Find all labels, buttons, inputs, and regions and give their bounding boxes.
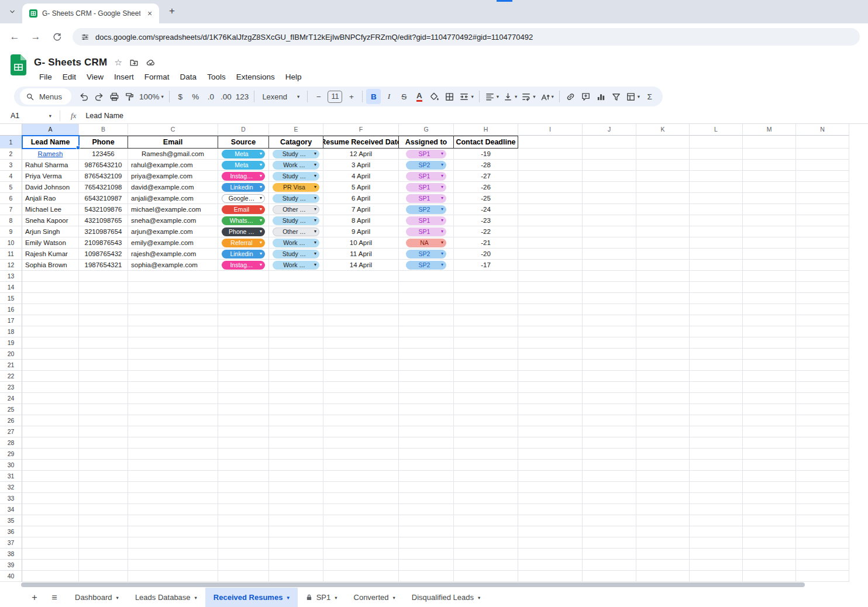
cell-F19[interactable]: [323, 337, 399, 349]
cell-C28[interactable]: [128, 437, 218, 449]
cell-M10[interactable]: [743, 237, 796, 249]
cell-L40[interactable]: [690, 571, 743, 582]
assigned-chip-sp2[interactable]: SP2▾: [406, 205, 446, 214]
cell-J22[interactable]: [583, 371, 636, 382]
cell-E1[interactable]: Catagory: [269, 136, 323, 149]
cell-G21[interactable]: [399, 360, 454, 371]
cell-E26[interactable]: [269, 415, 323, 426]
cell-I20[interactable]: [518, 349, 583, 360]
cell-A13[interactable]: [22, 271, 79, 282]
cell-E40[interactable]: [269, 571, 323, 582]
column-header-H[interactable]: H: [454, 124, 518, 136]
cell-L32[interactable]: [690, 482, 743, 493]
cell-F2[interactable]: 12 April: [323, 149, 399, 160]
cell-F13[interactable]: [323, 271, 399, 282]
cell-A10[interactable]: Emily Watson: [22, 237, 79, 249]
cell-L35[interactable]: [690, 515, 743, 526]
cell-M25[interactable]: [743, 404, 796, 415]
cell-A27[interactable]: [22, 426, 79, 437]
functions-button[interactable]: Σ: [642, 89, 657, 104]
cell-G34[interactable]: [399, 504, 454, 515]
cell-K34[interactable]: [636, 504, 690, 515]
cell-H35[interactable]: [454, 515, 518, 526]
cell-H6[interactable]: -25: [454, 193, 518, 204]
cell-E24[interactable]: [269, 393, 323, 404]
cell-D3[interactable]: Meta▾: [218, 160, 269, 171]
row-header-30[interactable]: 30: [0, 460, 22, 471]
cell-J24[interactable]: [583, 393, 636, 404]
cell-D16[interactable]: [218, 304, 269, 315]
cell-F18[interactable]: [323, 326, 399, 337]
cell-G1[interactable]: Assigned to: [399, 136, 454, 149]
menu-extensions[interactable]: Extensions: [231, 71, 280, 82]
increase-decimal-button[interactable]: .00: [219, 89, 233, 104]
strikethrough-button[interactable]: S: [397, 89, 411, 104]
cell-G2[interactable]: SP1▾: [399, 149, 454, 160]
row-header-2[interactable]: 2: [0, 149, 22, 160]
cell-L19[interactable]: [690, 337, 743, 349]
category-chip-study[interactable]: Study …▾: [273, 150, 319, 158]
cell-B29[interactable]: [79, 449, 128, 460]
back-button[interactable]: ←: [6, 28, 23, 46]
cell-M32[interactable]: [743, 482, 796, 493]
cell-B6[interactable]: 6543210987: [79, 193, 128, 204]
cell-G6[interactable]: SP1▾: [399, 193, 454, 204]
cell-M20[interactable]: [743, 349, 796, 360]
cell-I3[interactable]: [518, 160, 583, 171]
category-chip-study[interactable]: Study …▾: [273, 250, 319, 258]
cell-H14[interactable]: [454, 282, 518, 293]
cell-F36[interactable]: [323, 526, 399, 537]
cell-K16[interactable]: [636, 304, 690, 315]
site-info-icon[interactable]: [81, 33, 89, 42]
cell-I23[interactable]: [518, 382, 583, 393]
cell-J31[interactable]: [583, 471, 636, 482]
cell-K21[interactable]: [636, 360, 690, 371]
cell-N37[interactable]: [796, 537, 849, 549]
formula-input[interactable]: Lead Name: [85, 112, 123, 120]
cell-M23[interactable]: [743, 382, 796, 393]
cell-G35[interactable]: [399, 515, 454, 526]
sheet-tab-sp1[interactable]: SP1▾: [298, 588, 346, 607]
cell-M39[interactable]: [743, 560, 796, 571]
cell-D31[interactable]: [218, 471, 269, 482]
cell-A25[interactable]: [22, 404, 79, 415]
cell-L18[interactable]: [690, 326, 743, 337]
cell-I12[interactable]: [518, 260, 583, 271]
cell-H29[interactable]: [454, 449, 518, 460]
cell-G23[interactable]: [399, 382, 454, 393]
menu-file[interactable]: File: [34, 71, 57, 82]
cell-C30[interactable]: [128, 460, 218, 471]
category-chip-work[interactable]: Work …▾: [273, 239, 319, 247]
format-percent-button[interactable]: %: [188, 89, 203, 104]
assigned-chip-sp2[interactable]: SP2▾: [406, 250, 446, 258]
cell-G20[interactable]: [399, 349, 454, 360]
cell-D12[interactable]: Instag…▾: [218, 260, 269, 271]
cell-J21[interactable]: [583, 360, 636, 371]
cell-K22[interactable]: [636, 371, 690, 382]
assigned-chip-sp1[interactable]: SP1▾: [406, 150, 446, 158]
cell-E10[interactable]: Work …▾: [269, 237, 323, 249]
cell-F31[interactable]: [323, 471, 399, 482]
cell-F34[interactable]: [323, 504, 399, 515]
cell-F29[interactable]: [323, 449, 399, 460]
cell-B30[interactable]: [79, 460, 128, 471]
cell-C16[interactable]: [128, 304, 218, 315]
cell-K8[interactable]: [636, 215, 690, 226]
cell-F17[interactable]: [323, 315, 399, 326]
cell-K3[interactable]: [636, 160, 690, 171]
cell-E14[interactable]: [269, 282, 323, 293]
row-header-37[interactable]: 37: [0, 537, 22, 549]
cell-A20[interactable]: [22, 349, 79, 360]
cell-L27[interactable]: [690, 426, 743, 437]
horizontal-align-button[interactable]: ▾: [483, 89, 501, 104]
cell-H37[interactable]: [454, 537, 518, 549]
cell-I40[interactable]: [518, 571, 583, 582]
cell-A39[interactable]: [22, 560, 79, 571]
cell-K19[interactable]: [636, 337, 690, 349]
cell-A7[interactable]: Michael Lee: [22, 204, 79, 215]
cell-L15[interactable]: [690, 293, 743, 304]
cell-M3[interactable]: [743, 160, 796, 171]
new-tab-button[interactable]: +: [165, 4, 179, 18]
assigned-chip-sp2[interactable]: SP2▾: [406, 161, 446, 170]
cell-N16[interactable]: [796, 304, 849, 315]
